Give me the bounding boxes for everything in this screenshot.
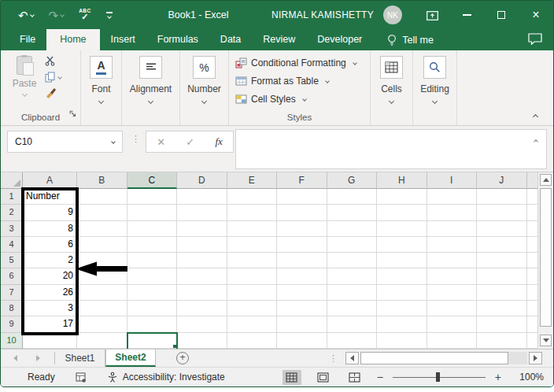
column-header-I[interactable]: I <box>427 172 478 189</box>
accessibility-status[interactable]: Accessibility: Investigate <box>107 372 225 383</box>
page-break-preview-button[interactable] <box>345 370 364 385</box>
cell-J2[interactable] <box>477 205 527 220</box>
cell-H10[interactable] <box>377 333 427 349</box>
previous-sheet-button[interactable] <box>13 355 17 361</box>
scroll-up-button[interactable] <box>540 174 552 186</box>
cell-F6[interactable] <box>277 268 327 284</box>
cell-J6[interactable] <box>477 268 527 284</box>
cell-I4[interactable] <box>427 237 478 253</box>
scroll-down-button[interactable] <box>540 335 552 346</box>
page-layout-view-button[interactable] <box>314 370 333 385</box>
editing-group-button[interactable]: Editing <box>413 50 457 125</box>
row-header-9[interactable]: 9 <box>1 316 23 332</box>
undo-button[interactable]: ↶ <box>18 9 34 21</box>
cell-G1[interactable] <box>327 189 378 205</box>
cut-button[interactable] <box>45 55 61 67</box>
cell-E3[interactable] <box>227 221 278 237</box>
fill-handle[interactable] <box>173 345 178 348</box>
cell-D3[interactable] <box>177 221 227 237</box>
user-name[interactable]: NIRMAL KAMISHETTY <box>271 9 374 20</box>
cell-H5[interactable] <box>377 253 427 268</box>
enter-button[interactable]: ✓ <box>186 136 194 148</box>
horizontal-scroll-thumb[interactable] <box>360 352 508 364</box>
cell-E5[interactable] <box>227 253 278 268</box>
scroll-left-button[interactable] <box>345 352 359 364</box>
cell-F5[interactable] <box>277 253 327 268</box>
column-header-G[interactable]: G <box>327 172 378 189</box>
copy-button[interactable] <box>45 71 61 83</box>
macro-record-button[interactable] <box>76 372 87 383</box>
cell-F2[interactable] <box>277 205 327 220</box>
cell-I2[interactable] <box>427 205 478 220</box>
cell-E9[interactable] <box>227 316 278 332</box>
cell-J7[interactable] <box>477 285 527 301</box>
tab-scroll-grip[interactable]: ⋮ <box>329 353 338 364</box>
collapse-ribbon-button[interactable] <box>533 114 538 120</box>
next-sheet-button[interactable] <box>36 355 40 361</box>
cell-E1[interactable] <box>227 189 278 205</box>
conditional-formatting-button[interactable]: Conditional Formatting <box>235 57 370 69</box>
cell-G8[interactable] <box>327 301 378 316</box>
column-header-B[interactable]: B <box>77 172 127 189</box>
tab-data[interactable]: Data <box>209 29 252 50</box>
column-header-D[interactable]: D <box>177 172 227 189</box>
horizontal-scrollbar[interactable] <box>345 352 542 364</box>
column-header-A[interactable]: A <box>23 172 77 189</box>
scroll-right-button[interactable] <box>529 352 542 364</box>
cells-group-button[interactable]: Cells <box>371 50 413 125</box>
cell-J4[interactable] <box>477 237 527 253</box>
row-header-5[interactable]: 5 <box>1 253 23 268</box>
cell-B1[interactable] <box>77 189 127 205</box>
cell-H2[interactable] <box>377 205 427 220</box>
maximize-button[interactable] <box>484 1 519 29</box>
cell-I7[interactable] <box>427 285 478 301</box>
row-header-6[interactable]: 6 <box>1 268 23 284</box>
cell-D2[interactable] <box>177 205 227 220</box>
cell-G10[interactable] <box>327 333 378 349</box>
cell-D6[interactable] <box>177 268 227 284</box>
cell-G3[interactable] <box>327 221 378 237</box>
cell-D1[interactable] <box>177 189 227 205</box>
comments-button[interactable] <box>528 33 542 48</box>
format-as-table-button[interactable]: Format as Table <box>235 75 370 87</box>
row-header-3[interactable]: 3 <box>1 221 23 237</box>
cell-F1[interactable] <box>277 189 327 205</box>
cell-E7[interactable] <box>227 285 278 301</box>
cell-G6[interactable] <box>327 268 378 284</box>
expand-formula-bar-icon[interactable] <box>534 139 538 144</box>
insert-function-button[interactable]: fx <box>215 135 222 148</box>
sheet-tab-sheet1[interactable]: Sheet1 <box>55 349 105 367</box>
cell-J1[interactable] <box>477 189 527 205</box>
tab-formulas[interactable]: Formulas <box>146 29 209 50</box>
row-header-8[interactable]: 8 <box>1 301 23 316</box>
cell-C8[interactable] <box>127 301 178 316</box>
cell-B4[interactable] <box>77 237 127 253</box>
cell-C7[interactable] <box>127 285 178 301</box>
minimize-button[interactable] <box>449 1 484 29</box>
cell-G9[interactable] <box>327 316 378 332</box>
tab-review[interactable]: Review <box>252 29 306 50</box>
zoom-slider[interactable] <box>393 372 486 383</box>
ribbon-display-options-button[interactable] <box>415 1 449 29</box>
cell-I6[interactable] <box>427 268 478 284</box>
cell-I9[interactable] <box>427 316 478 332</box>
zoom-in-button[interactable]: + <box>495 371 501 383</box>
cell-H1[interactable] <box>377 189 427 205</box>
cell-J8[interactable] <box>477 301 527 316</box>
cell-styles-button[interactable]: Cell Styles <box>235 93 370 105</box>
customize-qat-button[interactable] <box>106 12 113 18</box>
zoom-slider-thumb[interactable] <box>436 372 440 382</box>
cell-G4[interactable] <box>327 237 378 253</box>
cell-I1[interactable] <box>427 189 478 205</box>
font-group-button[interactable]: A Font <box>81 50 122 125</box>
paste-button[interactable]: Paste <box>9 56 40 96</box>
vertical-scrollbar[interactable] <box>537 172 553 349</box>
cell-D8[interactable] <box>177 301 227 316</box>
sheet-tab-sheet2[interactable]: Sheet2 <box>105 349 156 367</box>
cell-J9[interactable] <box>477 316 527 332</box>
tab-developer[interactable]: Developer <box>306 29 373 50</box>
cell-J5[interactable] <box>477 253 527 268</box>
name-box[interactable]: C10 <box>7 131 123 153</box>
cell-C4[interactable] <box>127 237 178 253</box>
cell-G2[interactable] <box>327 205 378 220</box>
